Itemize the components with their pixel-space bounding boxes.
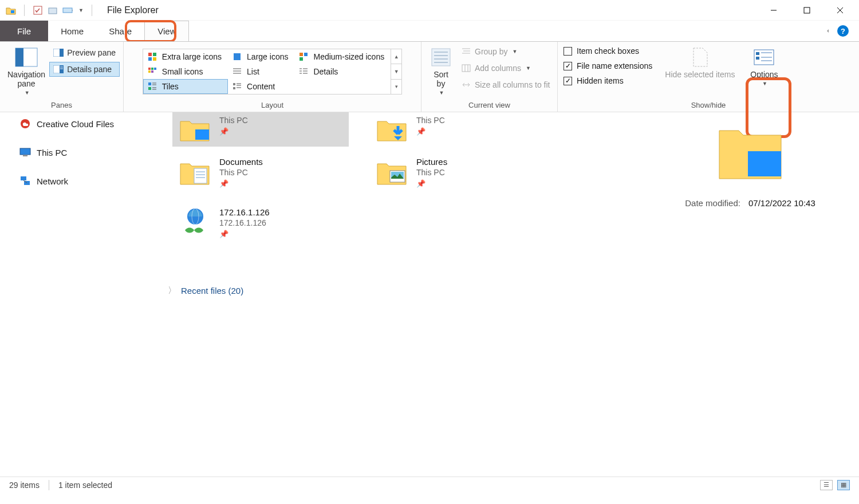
tile-location: This PC: [416, 116, 445, 125]
properties-icon[interactable]: [33, 5, 43, 15]
svg-rect-16: [148, 57, 152, 61]
svg-rect-67: [21, 176, 26, 180]
tile-desktop[interactable]: This PC📌: [172, 112, 349, 147]
maximize-button[interactable]: [790, 0, 823, 21]
close-button[interactable]: [823, 0, 857, 21]
tile-network-location[interactable]: 172.16.1.126172.16.1.126📌: [172, 205, 349, 241]
svg-rect-61: [756, 57, 759, 60]
folder-pictures-icon: [374, 157, 409, 187]
details-pane-button[interactable]: Details pane: [49, 62, 120, 77]
hide-selected-label: Hide selected items: [665, 70, 735, 79]
sidebar-item-network[interactable]: Network: [6, 172, 157, 190]
tile-downloads[interactable]: This PC📌: [369, 112, 546, 147]
medium-icons-icon: [298, 52, 309, 62]
window-title: File Explorer: [107, 5, 159, 15]
tile-pictures[interactable]: PicturesThis PC📌: [369, 155, 546, 190]
hidden-items-checkbox[interactable]: Hidden items: [561, 75, 655, 86]
options-label: Options: [750, 70, 778, 79]
tab-file[interactable]: File: [0, 21, 48, 41]
layout-extra-large[interactable]: Extra large icons: [143, 49, 228, 64]
window-controls: [757, 0, 857, 21]
list-icon: [232, 66, 242, 77]
checkbox-icon: [564, 62, 572, 70]
layout-gallery-scroll[interactable]: ▲▼▾: [391, 49, 401, 94]
preview-pane-button[interactable]: Preview pane: [49, 45, 120, 60]
qat-dropdown[interactable]: ▼: [78, 7, 84, 13]
svg-rect-5: [804, 7, 810, 13]
network-icon: [19, 175, 31, 187]
item-checkboxes-checkbox[interactable]: Item check boxes: [561, 45, 655, 57]
group-by-icon: [461, 46, 471, 57]
tab-home[interactable]: Home: [48, 21, 96, 41]
navigation-pane-button[interactable]: Navigation pane ▼: [3, 44, 49, 99]
layout-list[interactable]: List: [228, 64, 294, 79]
group-current-view: Sort by ▼ Group by▼ Add columns▼ Size al…: [421, 42, 558, 112]
add-columns-button[interactable]: Add columns▼: [457, 61, 554, 76]
recent-files-header[interactable]: 〉 Recent files (20): [163, 282, 243, 296]
svg-rect-19: [151, 68, 153, 70]
details-date-value: 07/12/2022 10:43: [748, 198, 815, 208]
svg-rect-2: [49, 8, 57, 14]
tile-location: This PC: [219, 116, 248, 125]
layout-details[interactable]: Details: [294, 64, 391, 79]
layout-large[interactable]: Large icons: [228, 49, 294, 64]
group-panes: Navigation pane ▼ Preview pane Details p…: [0, 42, 124, 112]
tile-documents[interactable]: DocumentsThis PC📌: [172, 155, 349, 190]
pin-icon: 📌: [416, 127, 445, 136]
svg-rect-36: [233, 87, 235, 89]
navigation-pane-label: Navigation pane: [7, 70, 46, 88]
main-area: Creative Cloud Files This PC Network Thi…: [0, 112, 859, 477]
explorer-icon: [6, 5, 16, 15]
chevron-down-icon: ▼: [439, 90, 444, 96]
layout-content[interactable]: Content: [228, 79, 294, 94]
folder-desktop-icon: [177, 115, 212, 144]
sidebar-item-creative-cloud[interactable]: Creative Cloud Files: [6, 115, 157, 133]
group-current-view-label: Current view: [421, 99, 557, 112]
size-columns-button[interactable]: Size all columns to fit: [457, 77, 554, 92]
svg-rect-0: [11, 10, 14, 13]
svg-rect-70: [195, 129, 209, 140]
svg-rect-23: [148, 82, 151, 85]
chevron-right-icon: 〉: [168, 285, 176, 296]
minimize-button[interactable]: [757, 0, 790, 21]
svg-rect-39: [304, 53, 308, 56]
layout-small[interactable]: Small icons: [143, 64, 228, 79]
new-folder-icon[interactable]: [48, 5, 58, 15]
checkbox-icon: [564, 47, 572, 56]
undo-icon[interactable]: [62, 5, 73, 15]
group-show-hide: Item check boxes File name extensions Hi…: [558, 42, 859, 112]
tiles-icon: [147, 81, 157, 92]
group-layout: Extra large icons Small icons Tiles Larg…: [124, 42, 421, 112]
tab-share[interactable]: Share: [96, 21, 144, 41]
svg-rect-38: [300, 53, 303, 56]
separator: [92, 5, 92, 16]
ribbon-view: Navigation pane ▼ Preview pane Details p…: [0, 41, 859, 112]
help-icon[interactable]: ?: [837, 25, 849, 37]
status-item-count: 29 items: [9, 481, 40, 490]
content-area[interactable]: This PC📌 This PC📌 DocumentsThis PC📌: [163, 112, 641, 477]
svg-rect-21: [148, 70, 151, 73]
svg-rect-11: [60, 65, 64, 73]
options-button[interactable]: Options ▼: [745, 44, 783, 89]
sort-by-button[interactable]: Sort by ▼: [425, 44, 457, 99]
sidebar-item-this-pc[interactable]: This PC: [6, 143, 157, 162]
view-thumbnails-switch[interactable]: ▦: [837, 480, 850, 490]
layout-tiles[interactable]: Tiles: [143, 79, 228, 94]
tab-view[interactable]: View: [144, 21, 189, 41]
hide-selected-button[interactable]: Hide selected items: [661, 44, 738, 81]
file-extensions-checkbox[interactable]: File name extensions: [561, 60, 655, 72]
group-layout-label: Layout: [124, 99, 421, 112]
svg-rect-7: [15, 48, 23, 66]
pin-ribbon-icon[interactable]: [821, 26, 830, 36]
ribbon-tabs: File Home Share View ?: [0, 21, 859, 41]
details-preview-icon: [716, 120, 785, 183]
details-pane-icon: [53, 64, 64, 74]
svg-rect-17: [153, 57, 156, 61]
view-details-switch[interactable]: ☰: [820, 480, 833, 490]
navigation-pane-icon: [15, 46, 38, 68]
group-by-button[interactable]: Group by▼: [457, 44, 554, 59]
tile-location: 172.16.1.126: [219, 218, 270, 227]
layout-medium[interactable]: Medium-sized icons: [294, 49, 391, 64]
quick-access-toolbar: ▼: [2, 5, 99, 16]
recent-files-label: Recent files (20): [181, 286, 243, 296]
